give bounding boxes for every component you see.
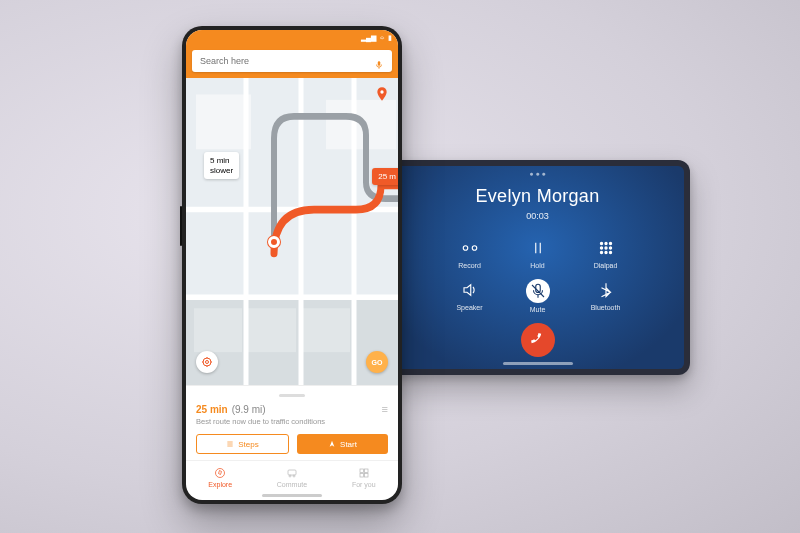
svg-rect-23 [302,308,350,352]
svg-rect-19 [196,94,251,149]
svg-rect-37 [360,474,364,478]
svg-point-34 [293,475,295,477]
bottom-tabs: Explore Commute For you [186,460,398,492]
mute-label: Mute [530,306,546,313]
maps-screen: ▂▄▆ ⌔ ▮ [186,30,398,500]
eta-value: 25 min [196,404,228,415]
search-input[interactable] [200,56,374,66]
drag-handle[interactable] [279,394,305,397]
call-screen: ● ● ● Evelyn Morgan 00:03 Record Hold Di… [391,166,684,369]
tab-commute[interactable]: Commute [277,467,307,488]
svg-point-4 [600,242,602,244]
record-button[interactable]: Record [447,237,493,269]
svg-rect-35 [360,469,364,473]
mute-button[interactable]: Mute [515,279,561,313]
hold-button[interactable]: Hold [515,237,561,269]
start-button[interactable]: Start [297,434,388,454]
svg-point-12 [609,251,611,253]
tab-foryou[interactable]: For you [352,467,376,488]
primary-phone: ▂▄▆ ⌔ ▮ [182,26,402,504]
distance-value: (9.9 mi) [232,404,266,415]
svg-rect-22 [248,308,296,352]
menu-icon[interactable]: ≡ [382,403,388,415]
hold-label: Hold [530,262,544,269]
svg-point-26 [203,358,211,366]
svg-point-10 [600,251,602,253]
record-label: Record [458,262,481,269]
record-icon [459,237,481,259]
mic-icon[interactable] [374,56,384,66]
start-label: Start [340,440,357,449]
svg-rect-21 [194,308,242,352]
signal-icon: ▂▄▆ [361,34,376,42]
steps-button[interactable]: Steps [196,434,289,454]
secondary-phone: ● ● ● Evelyn Morgan 00:03 Record Hold Di… [385,160,690,375]
dialpad-label: Dialpad [594,262,618,269]
svg-point-11 [604,251,606,253]
hold-icon [527,237,549,259]
svg-point-1 [472,246,477,251]
destination-pin-icon [374,86,390,102]
tab-explore[interactable]: Explore [208,467,232,488]
commute-icon [286,467,298,479]
svg-point-7 [600,247,602,249]
svg-point-5 [604,242,606,244]
wifi-icon: ⌔ [380,35,384,42]
speaker-label: Speaker [456,304,482,311]
svg-point-8 [604,247,606,249]
call-status-bar: ● ● ● [391,170,684,177]
route-subtitle: Best route now due to traffic conditions [196,417,388,426]
svg-point-33 [289,475,291,477]
svg-rect-36 [364,469,368,473]
dialpad-button[interactable]: Dialpad [583,237,629,269]
nav-indicator [262,494,322,497]
svg-rect-38 [364,474,368,478]
map-background [186,78,398,385]
bluetooth-label: Bluetooth [591,304,621,311]
explore-icon [214,467,226,479]
tab-commute-label: Commute [277,481,307,488]
mute-icon [526,279,550,303]
svg-point-9 [609,247,611,249]
svg-point-31 [216,469,225,478]
svg-rect-32 [288,470,296,475]
svg-rect-16 [378,61,381,66]
list-icon [226,440,234,448]
eta-callout[interactable]: 25 m [372,168,398,185]
caller-name: Evelyn Morgan [476,186,600,207]
search-bar[interactable] [192,50,392,72]
slower-route-callout[interactable]: 5 min slower [204,152,239,179]
tab-explore-label: Explore [208,481,232,488]
battery-icon: ▮ [388,34,392,42]
call-duration: 00:03 [526,211,549,221]
svg-point-0 [463,246,468,251]
status-bar: ▂▄▆ ⌔ ▮ [186,30,398,46]
svg-point-25 [206,361,209,364]
phone-down-icon [529,331,547,349]
speaker-button[interactable]: Speaker [447,279,493,313]
nav-arrow-icon [328,440,336,448]
bluetooth-icon [595,279,617,301]
current-location-dot [268,236,280,248]
foryou-icon [358,467,370,479]
route-panel[interactable]: 25 min (9.9 mi) ≡ Best route now due to … [186,385,398,460]
bluetooth-button[interactable]: Bluetooth [583,279,629,313]
svg-point-6 [609,242,611,244]
map-view[interactable]: 5 min slower 25 m GO [186,78,398,385]
go-button[interactable]: GO [366,351,388,373]
tab-foryou-label: For you [352,481,376,488]
speaker-icon [459,279,481,301]
svg-point-24 [380,90,383,93]
recenter-button[interactable] [196,351,218,373]
nav-indicator [503,362,573,365]
steps-label: Steps [238,440,258,449]
dialpad-icon [595,237,617,259]
hangup-button[interactable] [521,323,555,357]
